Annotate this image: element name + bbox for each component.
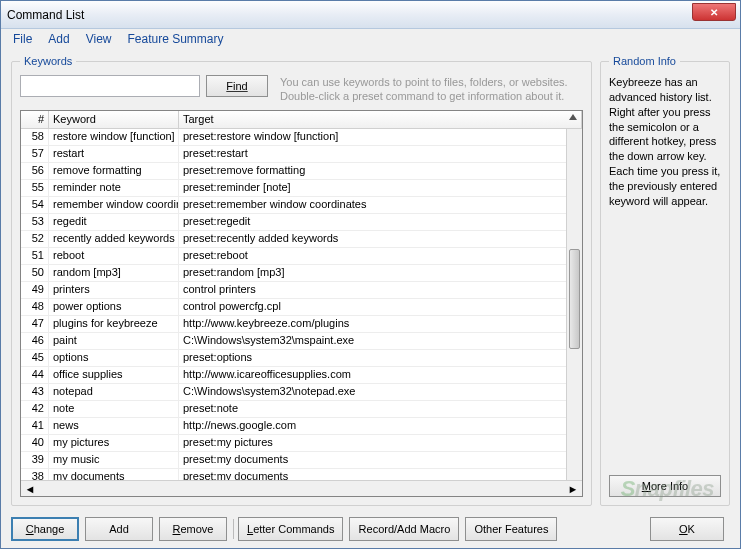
cell-target: C:\Windows\system32\mspaint.exe [179,333,582,349]
table-row[interactable]: 45optionspreset:options [21,350,582,367]
cell-number: 55 [21,180,49,196]
cell-keyword: notepad [49,384,179,400]
cell-target: preset:recently added keywords [179,231,582,247]
table-row[interactable]: 56remove formattingpreset:remove formatt… [21,163,582,180]
cell-number: 52 [21,231,49,247]
close-button[interactable]: ✕ [692,3,736,21]
cell-keyword: note [49,401,179,417]
cell-keyword: paint [49,333,179,349]
cell-keyword: printers [49,282,179,298]
menu-feature-summary[interactable]: Feature Summary [120,30,232,48]
menu-view[interactable]: View [78,30,120,48]
cell-target: C:\Windows\system32\notepad.exe [179,384,582,400]
cell-target: preset:remove formatting [179,163,582,179]
table-row[interactable]: 49printerscontrol printers [21,282,582,299]
titlebar: Command List ✕ [1,1,740,29]
horizontal-scrollbar[interactable]: ◄ ► [21,480,582,496]
cell-target: preset:my documents [179,452,582,468]
cell-number: 41 [21,418,49,434]
cell-target: preset:remember window coordinates [179,197,582,213]
table-row[interactable]: 40my picturespreset:my pictures [21,435,582,452]
cell-keyword: power options [49,299,179,315]
col-keyword[interactable]: Keyword [49,111,179,128]
random-info-group: Random Info Keybreeze has an advanced hi… [600,55,730,506]
record-macro-button[interactable]: Record/Add Macro [349,517,459,541]
cell-target: preset:my documents [179,469,582,480]
cell-target: preset:options [179,350,582,366]
more-info-button[interactable]: More Info [609,475,721,497]
table-row[interactable]: 42notepreset:note [21,401,582,418]
table-row[interactable]: 58restore window [function]preset:restor… [21,129,582,146]
search-input[interactable] [20,75,200,97]
cell-target: preset:my pictures [179,435,582,451]
random-info-text: Keybreeze has an advanced history list. … [609,75,721,469]
table-row[interactable]: 52recently added keywordspreset:recently… [21,231,582,248]
table-row[interactable]: 41newshttp://news.google.com [21,418,582,435]
table-row[interactable]: 43notepadC:\Windows\system32\notepad.exe [21,384,582,401]
cell-number: 58 [21,129,49,145]
change-button[interactable]: Change [11,517,79,541]
col-target[interactable]: Target [179,111,582,128]
table-row[interactable]: 57restartpreset:restart [21,146,582,163]
table-row[interactable]: 50random [mp3]preset:random [mp3] [21,265,582,282]
table-row[interactable]: 53regeditpreset:regedit [21,214,582,231]
cell-number: 39 [21,452,49,468]
close-icon: ✕ [710,7,718,18]
menu-file[interactable]: File [5,30,40,48]
cell-keyword: remove formatting [49,163,179,179]
find-button[interactable]: Find [206,75,268,97]
cell-keyword: my music [49,452,179,468]
table-row[interactable]: 48power optionscontrol powercfg.cpl [21,299,582,316]
table-row[interactable]: 38my documentspreset:my documents [21,469,582,480]
table-row[interactable]: 47plugins for keybreezehttp://www.keybre… [21,316,582,333]
col-number[interactable]: # [21,111,49,128]
cell-number: 50 [21,265,49,281]
cell-target: http://www.icareofficesupplies.com [179,367,582,383]
cell-target: preset:note [179,401,582,417]
cell-number: 57 [21,146,49,162]
cell-keyword: remember window coordin [49,197,179,213]
cell-number: 43 [21,384,49,400]
cell-number: 40 [21,435,49,451]
cell-number: 51 [21,248,49,264]
table-row[interactable]: 51rebootpreset:reboot [21,248,582,265]
cell-target: http://news.google.com [179,418,582,434]
separator [233,519,234,539]
cell-keyword: restart [49,146,179,162]
keywords-legend: Keywords [20,55,76,67]
cell-keyword: news [49,418,179,434]
random-info-legend: Random Info [609,55,680,67]
cell-target: control printers [179,282,582,298]
table-row[interactable]: 44office supplieshttp://www.icareoffices… [21,367,582,384]
add-button[interactable]: Add [85,517,153,541]
cell-keyword: my documents [49,469,179,480]
keywords-table: # Keyword Target 58restore window [funct… [20,110,583,497]
table-row[interactable]: 39my musicpreset:my documents [21,452,582,469]
cell-keyword: options [49,350,179,366]
cell-number: 38 [21,469,49,480]
cell-keyword: regedit [49,214,179,230]
remove-button[interactable]: Remove [159,517,227,541]
cell-number: 44 [21,367,49,383]
table-row[interactable]: 46paintC:\Windows\system32\mspaint.exe [21,333,582,350]
scroll-left-icon[interactable]: ◄ [23,483,37,495]
cell-keyword: reminder note [49,180,179,196]
cell-target: http://www.keybreeze.com/plugins [179,316,582,332]
menu-add[interactable]: Add [40,30,77,48]
other-features-button[interactable]: Other Features [465,517,557,541]
window-title: Command List [7,8,84,22]
table-row[interactable]: 55reminder notepreset:reminder [note] [21,180,582,197]
ok-button[interactable]: OK [650,517,724,541]
bottom-toolbar: Change Add Remove Letter Commands Record… [1,510,740,548]
menubar: File Add View Feature Summary [1,29,740,49]
vertical-scrollbar[interactable] [566,129,582,480]
cell-number: 46 [21,333,49,349]
scroll-right-icon[interactable]: ► [566,483,580,495]
cell-target: preset:regedit [179,214,582,230]
cell-keyword: recently added keywords [49,231,179,247]
letter-commands-button[interactable]: Letter Commands [238,517,343,541]
hint-text: You can use keywords to point to files, … [274,75,583,104]
table-row[interactable]: 54remember window coordinpreset:remember… [21,197,582,214]
cell-target: preset:reminder [note] [179,180,582,196]
scrollbar-thumb[interactable] [569,249,580,349]
